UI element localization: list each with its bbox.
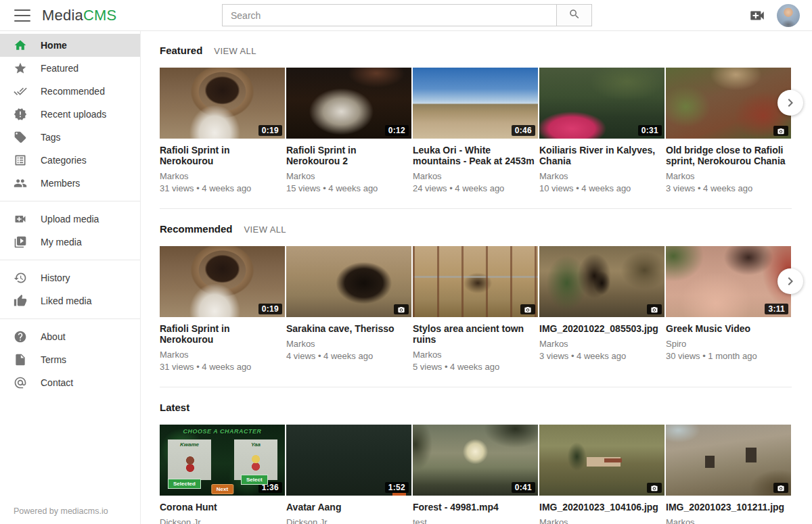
media-card[interactable]: 3:11Greek Music VideoSpiro30 views • 1 m…: [666, 246, 791, 372]
media-author[interactable]: test: [413, 517, 538, 524]
media-thumbnail[interactable]: 0:12: [286, 68, 411, 139]
sidebar-item-label: Terms: [41, 354, 66, 365]
sidebar-item-my-media[interactable]: My media: [0, 231, 140, 254]
next-arrow-button[interactable]: [777, 90, 803, 116]
section-featured: FeaturedVIEW ALL0:19Rafioli Sprint in Ne…: [160, 45, 792, 209]
media-title[interactable]: Rafioli Sprint in Nerokourou: [160, 145, 285, 166]
sidebar-item-liked-media[interactable]: Liked media: [0, 289, 140, 312]
media-author[interactable]: Markos: [286, 171, 411, 181]
media-author[interactable]: Markos: [666, 171, 791, 181]
section-recommended: RecommendedVIEW ALL0:19Rafioli Sprint in…: [160, 223, 792, 387]
section-title: Recommended: [160, 223, 233, 235]
sidebar-item-recent-uploads[interactable]: Recent uploads: [0, 103, 140, 126]
sidebar-item-members[interactable]: Members: [0, 172, 140, 195]
sidebar-item-categories[interactable]: Categories: [0, 149, 140, 172]
media-title[interactable]: Forest - 49981.mp4: [413, 502, 538, 513]
media-author[interactable]: Spiro: [666, 339, 791, 349]
media-title[interactable]: Sarakina cave, Therisso: [286, 323, 411, 334]
media-author[interactable]: Markos: [160, 171, 285, 181]
media-author[interactable]: Markos: [539, 171, 664, 181]
sidebar-item-featured[interactable]: Featured: [0, 57, 140, 80]
media-meta: 31 views • 4 weeks ago: [160, 183, 285, 193]
sidebar-item-terms[interactable]: Terms: [0, 348, 140, 371]
menu-icon[interactable]: [14, 9, 30, 22]
section-title: Latest: [160, 402, 189, 413]
media-title[interactable]: Avatar Aang: [286, 502, 411, 513]
media-thumbnail[interactable]: [666, 68, 791, 139]
media-thumbnail[interactable]: 0:41: [413, 425, 538, 496]
media-author[interactable]: Markos: [286, 339, 411, 349]
media-title[interactable]: Koiliaris River in Kalyves, Chania: [539, 145, 664, 166]
media-title[interactable]: Corona Hunt: [160, 502, 285, 513]
media-thumbnail[interactable]: [286, 246, 411, 317]
app-logo[interactable]: MediaCMS: [42, 7, 116, 24]
media-title[interactable]: Greek Music Video: [666, 323, 791, 334]
media-card[interactable]: Stylos area ancient town ruinsMarkos5 vi…: [413, 246, 538, 372]
media-card[interactable]: 0:31Koiliaris River in Kalyves, ChaniaMa…: [539, 68, 664, 193]
media-thumbnail[interactable]: 1:52: [286, 425, 411, 496]
media-title[interactable]: Rafioli Sprint in Nerokourou: [160, 323, 285, 345]
media-card[interactable]: Sarakina cave, TherissoMarkos4 views • 4…: [286, 246, 411, 372]
media-thumbnail[interactable]: CHOOSE A CHARACTERKwameYaaSelectedSelect…: [160, 425, 285, 496]
media-title[interactable]: IMG_20201023_104106.jpg: [539, 502, 664, 513]
media-title[interactable]: IMG_20201023_101211.jpg: [666, 502, 791, 513]
media-title[interactable]: Leuka Ori - White mountains - Peak at 24…: [413, 145, 538, 166]
sidebar-item-recommended[interactable]: Recommended: [0, 80, 140, 103]
view-all-link[interactable]: VIEW ALL: [244, 224, 286, 235]
view-all-link[interactable]: VIEW ALL: [214, 46, 256, 56]
sidebar-item-about[interactable]: About: [0, 325, 140, 348]
media-card[interactable]: IMG_20201023_104106.jpgMarkos4 views • 4…: [539, 425, 664, 524]
media-thumbnail[interactable]: 3:11: [666, 246, 791, 317]
media-thumbnail[interactable]: 0:19: [160, 246, 285, 317]
search-button[interactable]: [556, 4, 592, 26]
media-title[interactable]: IMG_20201022_085503.jpg: [539, 323, 664, 334]
media-meta: 3 views • 4 weeks ago: [666, 183, 791, 193]
user-avatar[interactable]: [777, 4, 800, 27]
sidebar-item-history[interactable]: History: [0, 266, 140, 289]
media-author[interactable]: Dickson Jr.: [286, 517, 411, 524]
media-card[interactable]: Old bridge close to Rafioli sprint, Nero…: [666, 68, 791, 193]
media-author[interactable]: Markos: [413, 171, 538, 181]
media-card[interactable]: 0:19Rafioli Sprint in NerokourouMarkos31…: [160, 68, 285, 193]
sidebar-item-label: My media: [41, 237, 82, 247]
video-call-icon[interactable]: [748, 7, 766, 24]
sidebar-item-tags[interactable]: Tags: [0, 126, 140, 149]
media-title[interactable]: Old bridge close to Rafioli sprint, Nero…: [666, 145, 791, 166]
media-card[interactable]: 0:46Leuka Ori - White mountains - Peak a…: [413, 68, 538, 193]
media-card[interactable]: 1:52Avatar AangDickson Jr.12 views • 1 w…: [286, 425, 411, 524]
media-thumbnail[interactable]: 0:31: [539, 68, 664, 139]
media-author[interactable]: Dickson Jr.: [160, 517, 285, 524]
camera-icon: [647, 304, 662, 314]
media-card[interactable]: 0:19Rafioli Sprint in NerokourouMarkos31…: [160, 246, 285, 372]
sidebar-divider: [0, 201, 140, 201]
media-title[interactable]: Rafioli Sprint in Nerokourou 2: [286, 145, 411, 166]
media-card[interactable]: IMG_20201022_085503.jpgMarkos3 views • 4…: [539, 246, 664, 372]
media-author[interactable]: Markos: [539, 339, 664, 349]
media-title[interactable]: Stylos area ancient town ruins: [413, 323, 538, 345]
media-card[interactable]: 0:41Forest - 49981.mp4test17 views • 3 w…: [413, 425, 538, 524]
media-thumbnail[interactable]: 0:46: [413, 68, 538, 139]
media-author[interactable]: Markos: [539, 517, 664, 524]
video-library-icon: [14, 235, 27, 249]
media-author[interactable]: Markos: [413, 350, 538, 360]
media-author[interactable]: Markos: [666, 517, 791, 524]
sidebar-item-label: Members: [41, 178, 80, 189]
sidebar-item-home[interactable]: Home: [0, 34, 140, 57]
media-thumbnail[interactable]: [539, 246, 664, 317]
media-thumbnail[interactable]: [413, 246, 538, 317]
media-card[interactable]: IMG_20201023_101211.jpgMarkos4 views • 4…: [666, 425, 791, 524]
media-thumbnail[interactable]: 0:19: [160, 68, 285, 139]
sidebar-item-upload-media[interactable]: Upload media: [0, 208, 140, 231]
media-card[interactable]: 0:12Rafioli Sprint in Nerokourou 2Markos…: [286, 68, 411, 193]
media-card[interactable]: CHOOSE A CHARACTERKwameYaaSelectedSelect…: [160, 425, 285, 524]
next-arrow-button[interactable]: [777, 268, 803, 294]
media-thumbnail[interactable]: [539, 425, 664, 496]
media-author[interactable]: Markos: [160, 350, 285, 360]
media-thumbnail[interactable]: [666, 425, 791, 496]
logo-cms-text: CMS: [83, 7, 117, 24]
search-input[interactable]: [222, 4, 556, 26]
sidebar-item-contact[interactable]: Contact: [0, 371, 140, 394]
section-divider: [160, 387, 792, 387]
media-cards-row: 0:19Rafioli Sprint in NerokourouMarkos31…: [160, 68, 792, 193]
media-meta: 5 views • 4 weeks ago: [413, 362, 538, 372]
